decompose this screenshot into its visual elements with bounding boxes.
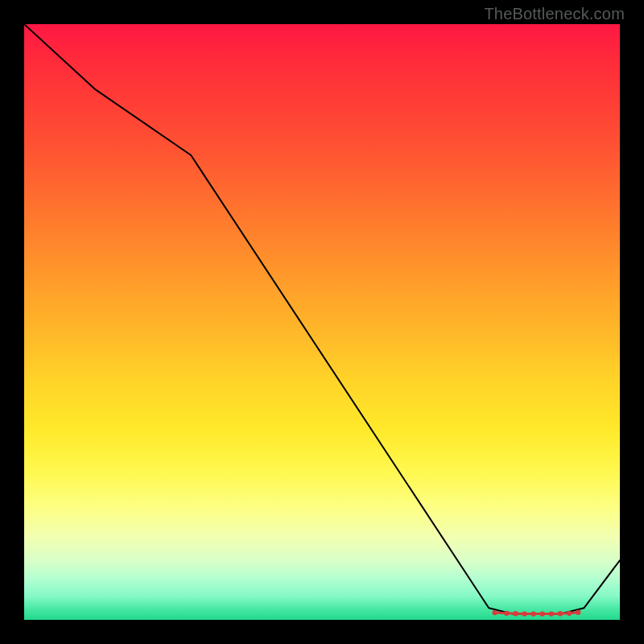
chart-svg	[24, 24, 620, 620]
marker-dot	[522, 611, 526, 616]
marker-dot	[504, 611, 509, 616]
marker-dot	[567, 611, 572, 616]
marker-dot	[531, 611, 536, 616]
watermark-text: TheBottleneck.com	[484, 5, 625, 23]
chart-line	[24, 24, 620, 614]
chart-line-group	[24, 24, 620, 614]
marker-dot	[492, 610, 497, 615]
marker-dot	[513, 611, 518, 616]
plot-area	[24, 24, 620, 620]
marker-dot	[576, 610, 580, 615]
marker-dot	[549, 611, 554, 616]
marker-dot	[558, 611, 563, 616]
marker-group	[492, 610, 580, 617]
marker-dot	[540, 611, 545, 616]
